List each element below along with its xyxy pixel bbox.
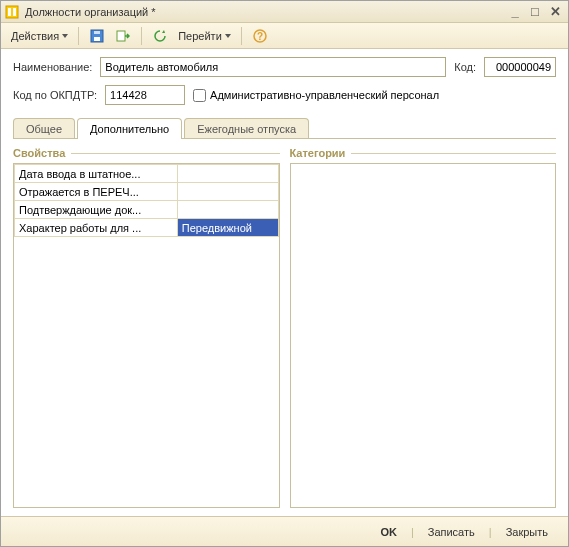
table-row[interactable]: Отражается в ПЕРЕЧ...: [15, 183, 279, 201]
svg-rect-2: [13, 8, 16, 16]
toolbar-separator: [141, 27, 142, 45]
tab-label: Общее: [26, 123, 62, 135]
window-title: Должности организаций *: [25, 6, 500, 18]
actions-menu[interactable]: Действия: [7, 28, 72, 44]
properties-table: Дата ввода в штатное... Отражается в ПЕР…: [14, 164, 279, 237]
okpdtr-row: Код по ОКПДТР: Административно-управленч…: [13, 85, 556, 105]
code-input[interactable]: [484, 57, 556, 77]
okpdtr-input[interactable]: [105, 85, 185, 105]
tab-vacations[interactable]: Ежегодные отпуска: [184, 118, 309, 138]
svg-rect-6: [117, 31, 125, 41]
copy-toolbar-button[interactable]: [111, 26, 135, 46]
prop-name: Отражается в ПЕРЕЧ...: [15, 183, 178, 201]
refresh-icon: [152, 28, 168, 44]
actions-label: Действия: [11, 30, 59, 42]
help-toolbar-button[interactable]: ?: [248, 26, 272, 46]
svg-text:?: ?: [257, 31, 263, 42]
dialog-window: Должности организаций * _ □ ✕ Действия: [0, 0, 569, 547]
app-icon: [5, 5, 19, 19]
properties-title: Свойства: [13, 147, 280, 159]
admin-checkbox[interactable]: [193, 89, 206, 102]
svg-rect-5: [94, 31, 100, 34]
prop-value[interactable]: [177, 201, 278, 219]
tab-additional[interactable]: Дополнительно: [77, 118, 182, 139]
toolbar-separator: [78, 27, 79, 45]
categories-title: Категории: [290, 147, 557, 159]
prop-name: Подтверждающие док...: [15, 201, 178, 219]
admin-checkbox-wrap[interactable]: Административно-управленческий персонал: [193, 89, 439, 102]
tabs: Общее Дополнительно Ежегодные отпуска: [13, 117, 556, 139]
goto-label: Перейти: [178, 30, 222, 42]
prop-value[interactable]: [177, 183, 278, 201]
name-label: Наименование:: [13, 61, 92, 73]
toolbar: Действия Перейти ?: [1, 23, 568, 49]
properties-group: Свойства Дата ввода в штатное... Отражае…: [13, 147, 280, 508]
table-row[interactable]: Характер работы для ... Передвижной: [15, 219, 279, 237]
write-button[interactable]: Записать: [418, 524, 485, 540]
name-row: Наименование: Код:: [13, 57, 556, 77]
save-toolbar-button[interactable]: [85, 26, 109, 46]
titlebar[interactable]: Должности организаций * _ □ ✕: [1, 1, 568, 23]
tab-label: Ежегодные отпуска: [197, 123, 296, 135]
prop-name: Дата ввода в штатное...: [15, 165, 178, 183]
minimize-button[interactable]: _: [506, 4, 524, 20]
admin-checkbox-label: Административно-управленческий персонал: [210, 89, 439, 101]
categories-group: Категории: [290, 147, 557, 508]
code-label: Код:: [454, 61, 476, 73]
floppy-save-icon: [89, 28, 105, 44]
svg-rect-1: [8, 8, 11, 16]
footer-separator: |: [411, 526, 414, 538]
close-button[interactable]: ✕: [546, 4, 564, 20]
categories-list[interactable]: [290, 163, 557, 508]
footer-close-button[interactable]: Закрыть: [496, 524, 558, 540]
dropdown-caret-icon: [225, 34, 231, 38]
ok-button[interactable]: OK: [370, 524, 407, 540]
dropdown-caret-icon: [62, 34, 68, 38]
goto-menu[interactable]: Перейти: [174, 28, 235, 44]
properties-list[interactable]: Дата ввода в штатное... Отражается в ПЕР…: [13, 163, 280, 508]
prop-value[interactable]: [177, 165, 278, 183]
prop-name: Характер работы для ...: [15, 219, 178, 237]
prop-value[interactable]: Передвижной: [177, 219, 278, 237]
tab-label: Дополнительно: [90, 123, 169, 135]
maximize-button[interactable]: □: [526, 4, 544, 20]
name-input[interactable]: [100, 57, 446, 77]
tab-body: Свойства Дата ввода в штатное... Отражае…: [13, 147, 556, 508]
svg-rect-0: [6, 6, 18, 18]
form-content: Наименование: Код: Код по ОКПДТР: Админи…: [1, 49, 568, 516]
tab-general[interactable]: Общее: [13, 118, 75, 138]
okpdtr-label: Код по ОКПДТР:: [13, 89, 97, 101]
refresh-toolbar-button[interactable]: [148, 26, 172, 46]
footer: OK | Записать | Закрыть: [1, 516, 568, 546]
copy-next-icon: [115, 28, 131, 44]
toolbar-separator: [241, 27, 242, 45]
table-row[interactable]: Подтверждающие док...: [15, 201, 279, 219]
help-icon: ?: [252, 28, 268, 44]
svg-rect-4: [94, 37, 100, 41]
footer-separator: |: [489, 526, 492, 538]
table-row[interactable]: Дата ввода в штатное...: [15, 165, 279, 183]
